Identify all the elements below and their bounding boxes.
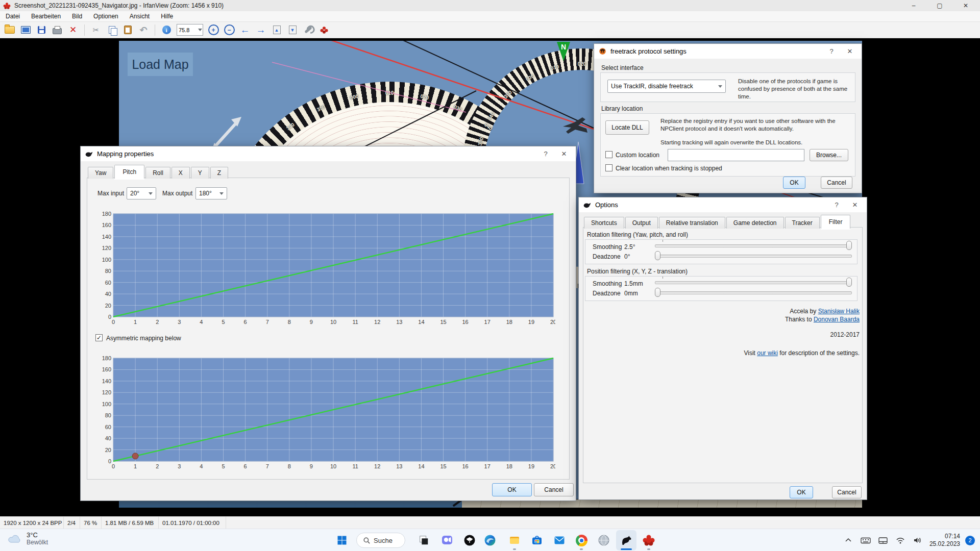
close-icon[interactable]: ✕ (557, 146, 571, 161)
menu-hilfe[interactable]: Hilfe (155, 12, 179, 21)
paste-icon[interactable] (122, 24, 133, 36)
pitch-mapping-chart[interactable]: 0123456789101112131415161718192002040608… (98, 212, 555, 327)
tab-filter[interactable]: Filter (821, 215, 851, 229)
maximize-icon[interactable]: ▢ (928, 0, 951, 11)
tab-x[interactable]: X (172, 167, 190, 179)
zoom-combo[interactable] (177, 24, 203, 36)
pitch-mapping-asymmetric-chart[interactable]: 0123456789101112131415161718192002040608… (98, 356, 555, 471)
edge-icon[interactable] (480, 530, 500, 550)
cancel-button[interactable]: Cancel (821, 177, 852, 189)
svg-text:60: 60 (105, 280, 111, 286)
slideshow-icon[interactable] (20, 24, 31, 36)
donovan-baarda-link[interactable]: Donovan Baarda (814, 316, 860, 323)
taskbar-search[interactable]: Suche (356, 533, 405, 548)
tools-icon[interactable] (303, 24, 314, 36)
position-deadzone-slider[interactable] (655, 288, 852, 297)
mail-icon[interactable] (549, 530, 570, 550)
file-explorer-icon[interactable] (504, 530, 525, 550)
open-icon[interactable] (4, 24, 15, 36)
save-icon[interactable] (36, 24, 47, 36)
effects-icon[interactable] (318, 24, 330, 36)
rotation-filtering-label: Rotation filtering (Yaw, pitch, and roll… (587, 231, 688, 238)
delete-icon[interactable]: ✕ (67, 24, 79, 36)
menu-ansicht[interactable]: Ansicht (124, 12, 155, 21)
menu-bild[interactable]: Bild (66, 12, 88, 21)
notification-badge[interactable]: 2 (965, 536, 975, 545)
clear-location-checkbox[interactable] (605, 164, 612, 171)
tab-y[interactable]: Y (191, 167, 209, 179)
locate-dll-button[interactable]: Locate DLL (605, 120, 649, 135)
cancel-button[interactable]: Cancel (832, 486, 862, 498)
copy-icon[interactable] (106, 24, 117, 36)
taskbar-clock[interactable]: 07:14 25.02.2023 (929, 533, 960, 548)
rotation-smoothing-slider[interactable] (655, 241, 852, 250)
help-icon[interactable]: ? (829, 197, 844, 212)
max-input-combo[interactable]: 20° (127, 187, 156, 199)
svg-text:16: 16 (462, 463, 468, 469)
tab-relative-translation[interactable]: Relative translation (659, 217, 725, 229)
interface-combo[interactable]: Use TrackIR, disable freetrack (607, 80, 726, 93)
tab-yaw[interactable]: Yaw (88, 167, 113, 179)
cancel-button[interactable]: Cancel (534, 483, 574, 496)
chrome-icon[interactable] (571, 530, 592, 550)
close-icon[interactable]: ✕ (848, 197, 862, 212)
help-icon[interactable]: ? (538, 146, 553, 161)
ok-button[interactable]: OK (790, 486, 813, 498)
toolbar-separator (84, 24, 85, 36)
zoom-input[interactable] (177, 27, 198, 33)
menu-bearbeiten[interactable]: Bearbeiten (26, 12, 66, 21)
irfanview-taskbar-icon[interactable] (639, 530, 659, 550)
asymmetric-mapping-checkbox[interactable]: ✓ (95, 334, 103, 341)
wiki-link[interactable]: our wiki (757, 349, 778, 357)
tab-z[interactable]: Z (210, 167, 228, 179)
microsoft-store-icon[interactable] (527, 530, 547, 550)
tab-game-detection[interactable]: Game detection (726, 217, 784, 229)
custom-location-checkbox[interactable] (605, 151, 612, 158)
page-down-icon[interactable]: ▼ (287, 24, 298, 36)
globe-browser-icon[interactable] (594, 530, 614, 550)
zoom-in-icon[interactable]: + (208, 24, 219, 36)
page-up-icon[interactable]: ▲ (271, 24, 282, 36)
task-view-icon[interactable] (413, 530, 434, 550)
tab-shortcuts[interactable]: Shortcuts (584, 217, 624, 229)
opentrack-icon[interactable] (616, 530, 636, 550)
print-icon[interactable] (52, 24, 63, 36)
rotation-deadzone-slider[interactable] (655, 251, 852, 260)
menu-optionen[interactable]: Optionen (88, 12, 124, 21)
tab-roll[interactable]: Roll (145, 167, 170, 179)
tray-overflow-chevron-icon[interactable] (840, 530, 857, 550)
wifi-icon[interactable] (892, 530, 909, 550)
zoom-out-icon[interactable]: − (224, 24, 235, 36)
touchpad-icon[interactable] (874, 530, 892, 550)
close-icon[interactable]: ✕ (843, 44, 857, 59)
info-icon[interactable]: i (161, 24, 172, 36)
cut-icon[interactable]: ✂ (90, 24, 102, 36)
max-output-combo[interactable]: 180° (195, 187, 227, 199)
next-image-icon[interactable]: → (255, 24, 266, 36)
stanislaw-halik-link[interactable]: Stanisław Halik (818, 308, 860, 315)
close-icon[interactable]: ✕ (954, 0, 977, 11)
previous-image-icon[interactable]: ← (239, 24, 251, 36)
ok-button[interactable]: OK (492, 483, 532, 496)
touch-keyboard-icon[interactable] (857, 530, 874, 550)
tab-tracker[interactable]: Tracker (785, 217, 820, 229)
browse-button[interactable]: Browse... (810, 149, 848, 161)
slider-handle[interactable] (846, 278, 852, 287)
ok-button[interactable]: OK (783, 177, 805, 189)
tab-output[interactable]: Output (625, 217, 658, 229)
minimize-icon[interactable]: – (902, 0, 925, 11)
slider-handle[interactable] (655, 251, 660, 260)
weather-widget[interactable]: 3°C Bewölkt (7, 531, 48, 546)
menu-datei[interactable]: Datei (0, 12, 26, 21)
start-button[interactable] (332, 530, 352, 550)
slider-handle[interactable] (655, 288, 660, 297)
trackir-icon[interactable] (459, 530, 480, 550)
volume-icon[interactable] (909, 530, 926, 550)
help-icon[interactable]: ? (824, 44, 839, 59)
slider-handle[interactable] (846, 241, 852, 250)
tab-pitch[interactable]: Pitch (114, 165, 144, 179)
chat-icon[interactable] (437, 530, 457, 550)
custom-location-input[interactable] (668, 149, 804, 161)
position-smoothing-slider[interactable] (655, 278, 852, 287)
undo-icon[interactable]: ↶ (138, 24, 149, 36)
